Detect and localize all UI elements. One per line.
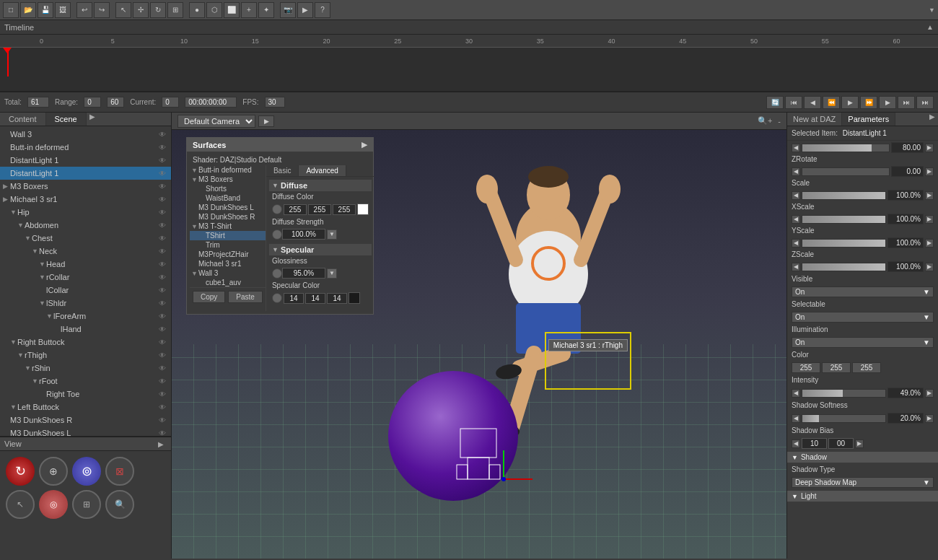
eye-icon[interactable]: 👁: [157, 338, 168, 346]
spec-color-pick[interactable]: [272, 293, 282, 303]
scale-btn[interactable]: ⊞: [167, 2, 183, 18]
eye-icon[interactable]: 👁: [157, 248, 168, 255]
reset-view-icon[interactable]: ⊞: [72, 490, 101, 519]
save-btn[interactable]: 💾: [38, 2, 53, 18]
diffuse-b-input[interactable]: [333, 204, 356, 215]
surf-shorts[interactable]: Shorts: [190, 184, 266, 193]
diffuse-strength-val[interactable]: [282, 229, 325, 240]
visible-dropdown[interactable]: On ▼: [792, 286, 934, 297]
camera-btn2[interactable]: ▶: [258, 115, 274, 127]
tree-item-lbuttock[interactable]: ▼ Left Buttock 👁: [0, 401, 171, 414]
camera-btn[interactable]: 📷: [280, 2, 296, 18]
eye-icon[interactable]: 👁: [157, 312, 168, 320]
surf-tab-advanced[interactable]: Advanced: [299, 165, 346, 176]
shadow-section-divider[interactable]: ▼ Shadow: [787, 452, 938, 463]
color-pick-btn[interactable]: [272, 204, 282, 214]
eye-icon[interactable]: 👁: [157, 377, 168, 385]
eye-icon[interactable]: 👁: [157, 416, 168, 424]
shadow-type-dropdown[interactable]: Deep Shadow Map ▼: [792, 477, 934, 488]
spec-g-input[interactable]: [305, 293, 325, 304]
eye-icon[interactable]: 👁: [157, 235, 168, 242]
frame-view-icon[interactable]: ◎: [39, 490, 68, 519]
fps-input[interactable]: [265, 97, 285, 108]
intensity-track[interactable]: [802, 389, 886, 398]
select-btn[interactable]: ↖: [115, 2, 131, 18]
range-start-input[interactable]: [84, 97, 101, 108]
eye-icon[interactable]: 👁: [157, 325, 168, 333]
xscale-inc[interactable]: ▶: [925, 215, 934, 224]
render2-btn[interactable]: ▶: [297, 2, 313, 18]
light-section-divider[interactable]: ▼ Light: [787, 491, 938, 502]
zoom-view-icon[interactable]: 🔍: [105, 490, 134, 519]
eye-icon[interactable]: 👁: [157, 364, 168, 372]
light-btn[interactable]: ✦: [258, 2, 274, 18]
yscale-track[interactable]: [802, 239, 886, 248]
step-back-btn[interactable]: ◀: [804, 96, 821, 109]
tree-item-m3boxers[interactable]: ▶ M3 Boxers 👁: [0, 180, 171, 193]
intensity-dec[interactable]: ◀: [792, 389, 800, 398]
surf-waistband[interactable]: WaistBand: [190, 193, 266, 203]
surf-m3tshirt[interactable]: ▼M3 T-Shirt: [190, 222, 266, 231]
eye-icon[interactable]: 👁: [157, 274, 168, 281]
play-btn[interactable]: ▶: [841, 96, 859, 109]
eye-icon[interactable]: 👁: [157, 429, 168, 437]
viewport-canvas[interactable]: Michael 3 sr1 : rThigh Surfaces ▶ Shader…: [172, 130, 786, 559]
tree-item-neck[interactable]: ▼ Neck 👁: [0, 245, 171, 258]
spec-r-input[interactable]: [284, 293, 304, 304]
surfaces-close-icon[interactable]: ▶: [361, 140, 367, 149]
diffuse-r-input[interactable]: [284, 204, 307, 215]
shadow-bias-val1[interactable]: [802, 438, 827, 449]
surf-cube1[interactable]: cube1_auv: [190, 278, 266, 287]
surf-wall3[interactable]: ▼Wall 3: [190, 268, 266, 278]
tree-item-lcollar[interactable]: lCollar 👁: [0, 284, 171, 297]
left-panel-expand[interactable]: ▶: [87, 113, 98, 126]
eye-icon[interactable]: 👁: [157, 299, 168, 307]
eye-icon[interactable]: 👁: [157, 144, 168, 152]
softness-track[interactable]: [802, 414, 886, 423]
rotate-btn[interactable]: ↻: [150, 2, 166, 18]
param2-track[interactable]: [802, 167, 890, 176]
xscale-dec[interactable]: ◀: [792, 215, 800, 224]
sphere-btn[interactable]: ●: [189, 2, 205, 18]
zscale-track[interactable]: [802, 263, 886, 271]
tree-item-chest[interactable]: ▼ Chest 👁: [0, 232, 171, 245]
add-btn[interactable]: +: [241, 2, 257, 18]
prev-frame-btn[interactable]: ⏪: [823, 96, 840, 109]
surf-dunkshoesr[interactable]: M3 DunkShoes R: [190, 212, 266, 222]
plane-btn[interactable]: ⬜: [224, 2, 240, 18]
zscale-val[interactable]: [887, 261, 924, 272]
current-input[interactable]: [162, 97, 179, 108]
eye-icon[interactable]: 👁: [157, 131, 168, 139]
tree-item-lhand[interactable]: lHand 👁: [0, 323, 171, 336]
eye-icon[interactable]: 👁: [157, 222, 168, 229]
prev-key-btn[interactable]: ⏮: [785, 96, 802, 109]
next-key-btn[interactable]: ⏭: [898, 96, 915, 109]
color-r[interactable]: [792, 362, 820, 373]
total-input[interactable]: [27, 97, 49, 108]
camera-select[interactable]: Default Camera: [177, 115, 255, 128]
surf-m3boxers[interactable]: ▼M3 Boxers: [190, 175, 266, 184]
shadow-bias-dec[interactable]: ◀: [792, 439, 800, 448]
surf-michael3[interactable]: Michael 3 sr1: [190, 259, 266, 268]
color-g[interactable]: [822, 362, 851, 373]
glossiness-val[interactable]: [282, 268, 325, 279]
step-fwd-btn[interactable]: ▶: [879, 96, 896, 109]
yscale-dec[interactable]: ◀: [792, 239, 800, 248]
diffuse-header[interactable]: ▼ Diffuse: [269, 180, 372, 191]
intensity-inc[interactable]: ▶: [925, 389, 934, 398]
param2-dec[interactable]: ◀: [792, 167, 800, 176]
yscale-val[interactable]: [887, 237, 924, 248]
gloss-dropdown[interactable]: ▼: [327, 268, 337, 279]
right-panel-expand[interactable]: ▶: [926, 113, 938, 126]
shadow-bias-inc[interactable]: ▶: [855, 439, 864, 448]
rotate-view-icon[interactable]: ↻: [6, 457, 35, 486]
gloss-pick-btn[interactable]: [272, 268, 282, 279]
surf-dunkshoesl[interactable]: M3 DunkShoes L: [190, 203, 266, 212]
surf-copy-btn[interactable]: Copy: [193, 291, 225, 303]
zrotate-inc[interactable]: ▶: [925, 144, 934, 152]
eye-icon[interactable]: 👁: [157, 209, 168, 216]
eye-icon[interactable]: 👁: [157, 196, 168, 204]
zoom-in-btn[interactable]: 🔍+: [758, 116, 772, 126]
move-btn[interactable]: ✢: [133, 2, 149, 18]
tree-item-abdomen[interactable]: ▼ Abdomen 👁: [0, 219, 171, 232]
